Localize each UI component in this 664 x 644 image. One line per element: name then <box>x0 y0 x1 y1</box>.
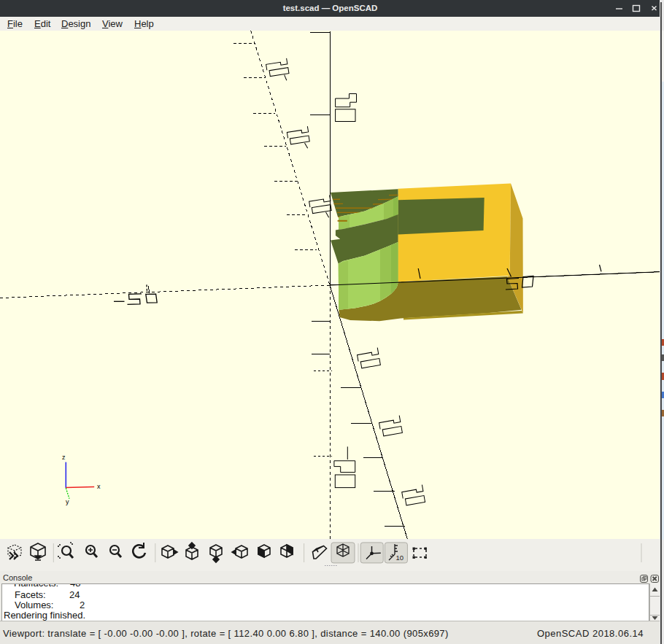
svg-text:10: 10 <box>396 554 404 562</box>
svg-text:y: y <box>66 498 69 505</box>
svg-text:x: x <box>97 483 101 490</box>
svg-text:z: z <box>62 454 66 461</box>
